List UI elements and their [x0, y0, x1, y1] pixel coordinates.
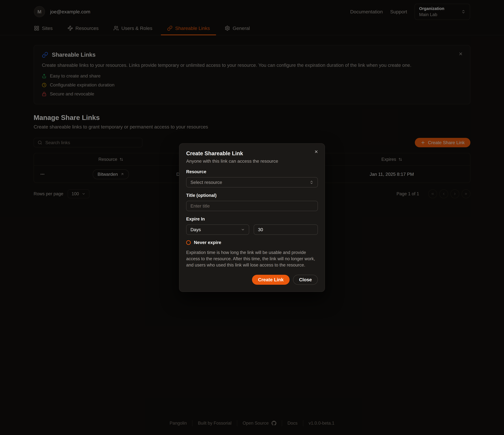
create-shareable-link-modal: Create Shareable Link Anyone with this l… [179, 143, 325, 292]
resource-select-placeholder: Select resource [190, 180, 222, 185]
modal-subtitle: Anyone with this link can access the res… [186, 159, 318, 164]
title-field-wrapper [186, 201, 318, 211]
expire-in-row: Days [186, 222, 318, 235]
modal-close-button[interactable] [314, 150, 318, 154]
radio-icon [186, 240, 191, 245]
never-expire-label: Never expire [194, 240, 221, 245]
resource-field-label: Resource [186, 169, 318, 174]
chevron-down-icon [241, 228, 245, 231]
expire-unit-select[interactable]: Days [186, 224, 249, 235]
resource-select[interactable]: Select resource [186, 177, 318, 187]
modal-title: Create Shareable Link [186, 151, 318, 157]
close-icon [314, 150, 318, 154]
modal-close-action-button[interactable]: Close [293, 275, 318, 285]
expire-value-wrapper [254, 224, 318, 235]
title-input[interactable] [190, 204, 314, 209]
chevrons-up-down-icon [310, 180, 314, 184]
expire-value-input[interactable] [258, 227, 314, 232]
modal-actions: Create Link Close [186, 275, 318, 285]
expiration-help-text: Expiration time is how long the link wil… [186, 249, 318, 268]
app-screen: M joe@example.com Documentation Support … [0, 0, 504, 435]
create-link-button[interactable]: Create Link [252, 275, 290, 285]
never-expire-option[interactable]: Never expire [186, 240, 318, 245]
title-field-label: Title (optional) [186, 193, 318, 198]
expire-unit-value: Days [190, 227, 201, 232]
expire-in-label: Expire In [186, 216, 318, 222]
